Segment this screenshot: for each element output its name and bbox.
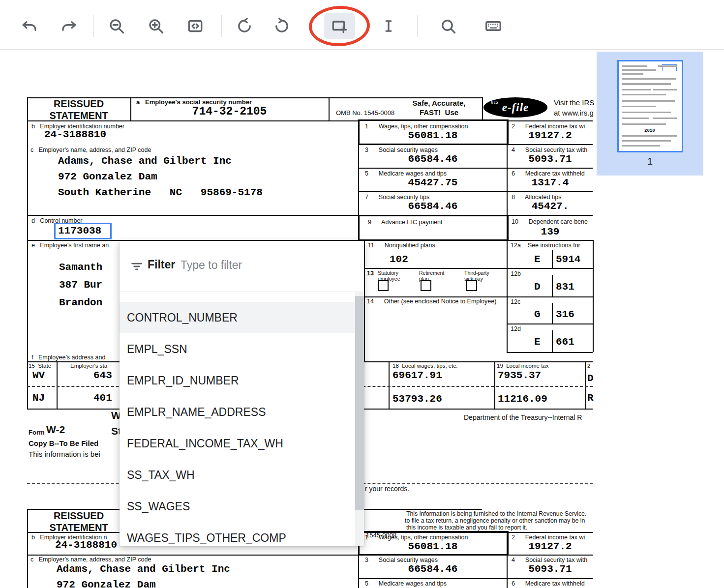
box2-value: 19127.2 <box>507 130 594 141</box>
rotate-right-button[interactable] <box>270 14 294 38</box>
treasury-label: Department of the Treasury--Internal R <box>464 413 582 421</box>
box8-value: 45427. <box>507 201 594 212</box>
box6-label: 6 Medicare tax withheld <box>512 170 585 177</box>
box19-value1: 7935.37 <box>498 370 541 381</box>
employer2-street: 972 Gonzalez Dam <box>57 579 156 588</box>
form-grid-line <box>585 361 586 409</box>
box2-label: 2 Federal income tax wi <box>512 123 585 130</box>
box1-value: 56081.18 <box>358 130 508 141</box>
filter-icon <box>130 260 144 273</box>
box7-label: 7 Social security tips <box>365 194 429 201</box>
ssn-value: 714-32-2105 <box>130 105 329 118</box>
box12d-code: E <box>534 336 541 348</box>
rotate-left-icon <box>236 17 253 35</box>
search-icon <box>439 17 457 35</box>
state1-id-value: 643 <box>93 370 112 381</box>
box13-number: 13 <box>367 270 374 277</box>
form-grid-line <box>364 268 593 269</box>
fit-to-width-button[interactable] <box>183 14 207 38</box>
filter-item[interactable]: FEDERAL_INCOME_TAX_WH <box>120 428 355 459</box>
box4b-label: 4 Social security tax with <box>512 557 587 563</box>
form-grid-line <box>364 296 593 297</box>
text-cursor-icon <box>380 17 397 35</box>
box13-retirement-label1: Retirement <box>419 270 444 276</box>
box19-value2: 11216.09 <box>498 393 547 405</box>
add-annotation-button[interactable] <box>324 13 355 39</box>
filter-item[interactable]: EMPLR_ID_NUMBER <box>120 365 355 396</box>
filter-item[interactable]: WAGES_TIPS_OTHER_COMP <box>120 522 355 546</box>
filter-title: Filter <box>148 258 175 271</box>
form-grid-line <box>358 168 593 169</box>
thumbnail-content-line <box>653 89 677 90</box>
rotate-left-button[interactable] <box>233 14 256 38</box>
form-grid-line <box>507 352 593 353</box>
form-grid-line <box>57 361 58 409</box>
thumbnail-year-text: 2010 <box>644 128 655 133</box>
filter-placeholder: Type to filter <box>181 259 242 272</box>
efile-irs-text: IRS <box>491 100 498 105</box>
form-grid-line <box>389 361 390 409</box>
box12d-value: 661 <box>556 336 574 348</box>
filter-item[interactable]: EMPLR_NAME_ADDRESS <box>120 396 355 428</box>
state1-value: WV <box>32 370 45 381</box>
form-grid-line <box>508 120 593 121</box>
thumbnail-content-line <box>622 83 671 85</box>
employee-name: Samanth <box>59 262 102 273</box>
box12c-label: 12c <box>511 298 520 305</box>
box-f-label: f Employee's address and <box>31 354 105 361</box>
toolbar-separator <box>417 15 418 37</box>
irs-efile-logo: IRS e-file <box>483 97 547 118</box>
keyboard-button[interactable] <box>482 14 505 38</box>
box4-value: 5093.71 <box>507 153 594 165</box>
form-grid-line <box>552 303 553 323</box>
filter-list: CONTROL_NUMBEREMPL_SSNEMPLR_ID_NUMBEREMP… <box>120 292 364 546</box>
zoom-out-button[interactable] <box>105 14 128 38</box>
thumbnail-content-line <box>622 118 649 119</box>
box20-fragment1: D <box>587 373 594 384</box>
zoom-in-icon <box>147 17 165 35</box>
reissued2-line1: REISSUED <box>27 510 130 522</box>
retirement-plan-checkbox <box>421 280 431 291</box>
box-e-label: e Employee's first name an <box>31 242 109 249</box>
filter-item[interactable]: CONTROL_NUMBER <box>120 302 355 333</box>
box13-statutory-label1: Statutory <box>378 270 398 276</box>
undo-button[interactable] <box>18 14 41 38</box>
notice-line2: to file a tax return, a negligence penal… <box>405 517 585 524</box>
box3-value: 66584.46 <box>358 153 508 165</box>
add-annotation-icon <box>331 17 348 35</box>
statutory-employee-checkbox <box>378 280 389 291</box>
filter-scrollbar-thumb[interactable] <box>355 296 364 510</box>
redo-button[interactable] <box>57 14 81 38</box>
form-grid-line <box>27 509 28 588</box>
safe-accurate-line2: FAST! Use <box>391 108 487 117</box>
filter-item[interactable]: SS_WAGES <box>120 491 355 522</box>
box3-label: 3 Social security wages <box>365 147 438 153</box>
box6b-label: 6 Medicare tax withheld <box>512 580 585 587</box>
notice-line1: This information is being furnished to t… <box>406 510 586 517</box>
reissued-line2: STATEMENT <box>27 110 130 121</box>
filter-item[interactable]: SS_TAX_WH <box>120 459 355 491</box>
form-grid-line <box>552 250 553 268</box>
page-number-label: 1 <box>597 156 703 167</box>
form-grid-line <box>27 97 28 409</box>
page-thumbnail[interactable]: 2010 <box>617 60 683 152</box>
form-grid-line <box>130 97 131 120</box>
search-button[interactable] <box>436 14 460 38</box>
box12d-label: 12d <box>511 325 521 332</box>
box20-fragment2: R <box>587 392 594 404</box>
control-number-selection-box[interactable] <box>54 223 112 239</box>
box12a-code: E <box>534 254 541 265</box>
box14-label: 14 Other (see enclosed Notice to Employe… <box>367 298 496 305</box>
filter-input[interactable]: Filter Type to filter <box>120 241 364 292</box>
form-grid-line <box>552 275 553 296</box>
text-cursor-button[interactable] <box>377 14 400 38</box>
box15-employer-label: Employer's sta <box>70 363 107 369</box>
zoom-in-button[interactable] <box>144 14 168 38</box>
box9-label: 9 Advance EIC payment <box>368 219 442 226</box>
filter-item[interactable]: EMPL_SSN <box>120 333 355 365</box>
employer-street: 972 Gonzalez Dam <box>58 171 157 182</box>
zoom-out-icon <box>108 17 125 35</box>
viewer-toolbar <box>0 0 724 50</box>
box4b-value: 5093.71 <box>507 563 594 575</box>
toolbar-separator <box>221 15 222 37</box>
